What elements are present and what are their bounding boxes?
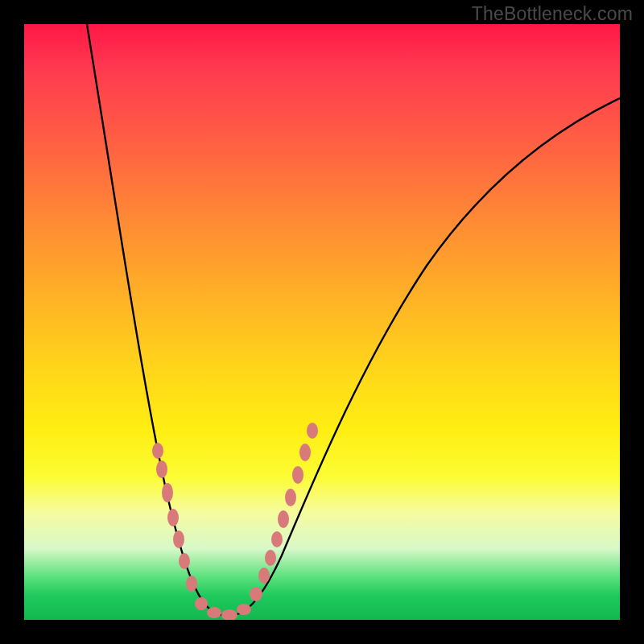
data-marker (221, 609, 237, 620)
watermark-text: TheBottleneck.com (472, 3, 633, 25)
data-marker (271, 531, 283, 547)
bottleneck-curve (24, 24, 620, 620)
data-marker (265, 550, 276, 566)
data-marker (292, 466, 303, 484)
plot-area (24, 24, 620, 620)
data-markers (152, 423, 318, 620)
chart-frame: TheBottleneck.com (0, 0, 644, 644)
data-marker (195, 597, 208, 610)
data-marker (299, 444, 311, 461)
curve-left-branch (87, 24, 232, 615)
data-marker (258, 568, 270, 584)
data-marker (237, 604, 251, 615)
data-marker (173, 530, 184, 548)
curve-right-branch (232, 98, 620, 615)
data-marker (152, 443, 163, 459)
data-marker (307, 423, 318, 439)
data-marker (285, 489, 296, 506)
data-marker (162, 483, 173, 502)
data-marker (278, 510, 289, 528)
data-marker (207, 607, 221, 618)
data-marker (250, 587, 262, 601)
data-marker (167, 509, 179, 526)
data-marker (156, 460, 167, 478)
data-marker (179, 553, 190, 569)
data-marker (186, 576, 197, 592)
